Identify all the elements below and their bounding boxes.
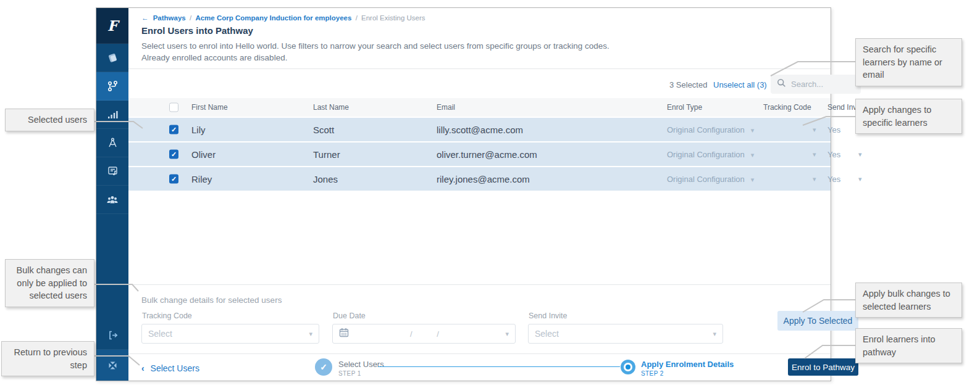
chevron-down-icon[interactable]: ▾ bbox=[858, 151, 862, 159]
due-date-label: Due Date bbox=[333, 312, 366, 320]
bulk-due-date-picker[interactable]: / / ▾ bbox=[332, 324, 516, 344]
chevron-down-icon[interactable]: ▾ bbox=[751, 126, 755, 134]
sidebar-item-content[interactable] bbox=[96, 44, 128, 72]
row-checkbox[interactable]: ✓ bbox=[169, 150, 178, 159]
calendar-icon bbox=[339, 328, 349, 340]
annotation-selected-users: Selected users bbox=[5, 109, 94, 131]
sidebar-item-logout[interactable] bbox=[96, 321, 128, 350]
step1-labels: Select Users STEP 1 bbox=[338, 360, 384, 377]
breadcrumb-current: Enrol Existing Users bbox=[361, 14, 425, 22]
sidebar-item-reports[interactable] bbox=[96, 101, 128, 129]
exit-icon bbox=[107, 329, 119, 341]
cell-first-name: Lily bbox=[191, 125, 206, 135]
breadcrumb-separator: / bbox=[354, 14, 359, 22]
col-header-first-name: First Name bbox=[191, 103, 228, 112]
annotation-search-learners: Search for specific learners by name or … bbox=[855, 38, 962, 86]
row-checkbox[interactable]: ✓ bbox=[169, 125, 178, 134]
apply-to-selected-button[interactable]: Apply To Selected bbox=[777, 311, 858, 331]
sidebar-item-fullscreen[interactable] bbox=[96, 350, 128, 381]
search-input[interactable]: Search... bbox=[771, 75, 861, 94]
send-invite-dropdown[interactable]: Yes bbox=[827, 125, 840, 134]
pathways-branch-icon bbox=[107, 80, 119, 92]
chevron-down-icon[interactable]: ▾ bbox=[751, 151, 755, 159]
tracking-code-dropdown[interactable]: ▾ bbox=[813, 175, 816, 183]
col-header-tracking-code: Tracking Code bbox=[763, 103, 811, 112]
chevron-down-icon[interactable]: ▾ bbox=[751, 176, 755, 183]
app-logo[interactable]: F bbox=[96, 8, 128, 44]
col-header-enrol-type: Enrol Type bbox=[667, 103, 702, 112]
cell-last-name: Scott bbox=[313, 125, 334, 135]
main-content: ← Pathways / Acme Corp Company Induction… bbox=[128, 8, 831, 381]
search-icon bbox=[777, 78, 786, 90]
enrol-type-dropdown[interactable]: Original Configuration▾ bbox=[667, 175, 754, 184]
bulk-tracking-code-select[interactable]: Select ▾ bbox=[141, 324, 319, 344]
selected-count: 3 Selected bbox=[669, 80, 707, 89]
page-description-line1: Select users to enrol into Hello world. … bbox=[141, 40, 609, 52]
annotation-apply-bulk-changes: Apply bulk changes to selected learners bbox=[855, 283, 962, 318]
step2-name: Apply Enrolment Details bbox=[641, 360, 734, 369]
cell-last-name: Turner bbox=[313, 149, 340, 160]
search-placeholder: Search... bbox=[791, 80, 823, 89]
app-window: F bbox=[96, 7, 831, 381]
col-header-last-name: Last Name bbox=[313, 103, 349, 112]
chevron-left-icon: ‹ bbox=[141, 363, 144, 373]
breadcrumb: ← Pathways / Acme Corp Company Induction… bbox=[141, 14, 425, 22]
bulk-panel-title: Bulk change details for selected users bbox=[141, 295, 282, 305]
send-invite-dropdown[interactable]: Yes bbox=[827, 175, 840, 184]
due-date-placeholder: / / bbox=[410, 329, 450, 339]
fuse-logo-icon: F bbox=[107, 17, 117, 34]
page-description: Select users to enrol into Hello world. … bbox=[141, 40, 609, 64]
chevron-down-icon[interactable]: ▾ bbox=[858, 175, 862, 183]
step2-current-icon bbox=[621, 360, 635, 374]
breadcrumb-back-icon[interactable]: ← bbox=[141, 14, 149, 22]
cell-email: oliver.turner@acme.com bbox=[437, 149, 537, 160]
cell-first-name: Riley bbox=[191, 174, 212, 184]
enrol-type-dropdown[interactable]: Original Configuration▾ bbox=[667, 125, 754, 134]
bulk-send-invite-select[interactable]: Select ▾ bbox=[528, 324, 723, 344]
row-checkbox[interactable]: ✓ bbox=[169, 175, 178, 184]
step1-number: STEP 1 bbox=[338, 370, 384, 377]
cell-first-name: Oliver bbox=[191, 149, 216, 160]
chevron-down-icon: ▾ bbox=[713, 330, 716, 338]
breadcrumb-separator: / bbox=[188, 14, 193, 22]
cell-last-name: Jones bbox=[313, 174, 338, 184]
table-row[interactable]: ✓ Riley Jones riley.jones@acme.com Origi… bbox=[128, 167, 831, 191]
chevron-down-icon: ▾ bbox=[505, 330, 509, 338]
sidebar-item-users[interactable] bbox=[96, 186, 128, 214]
media-playlist-icon bbox=[107, 165, 119, 177]
sidebar-spacer bbox=[96, 214, 128, 321]
step2-labels: Apply Enrolment Details STEP 2 bbox=[641, 360, 734, 377]
table-row[interactable]: ✓ Oliver Turner oliver.turner@acme.com O… bbox=[128, 142, 831, 166]
bulk-panel-divider bbox=[128, 284, 831, 285]
table-row[interactable]: ✓ Lily Scott lilly.scott@acme.com Origin… bbox=[128, 118, 831, 141]
breadcrumb-induction[interactable]: Acme Corp Company Induction for employee… bbox=[195, 14, 351, 22]
step2-number: STEP 2 bbox=[641, 370, 734, 377]
compass-icon bbox=[107, 137, 119, 149]
users-group-icon bbox=[106, 194, 119, 205]
breadcrumb-pathways[interactable]: Pathways bbox=[153, 14, 186, 22]
cell-email: lilly.scott@acme.com bbox=[437, 125, 523, 135]
sidebar-item-media[interactable] bbox=[96, 157, 128, 186]
enrol-to-pathway-button[interactable]: Enrol to Pathway bbox=[788, 358, 858, 376]
step1-name: Select Users bbox=[338, 360, 384, 369]
tracking-code-dropdown[interactable]: ▾ bbox=[813, 126, 816, 134]
tag-icon bbox=[107, 52, 119, 64]
annotation-bulk-changes: Bulk changes can only be applied to sele… bbox=[5, 259, 94, 307]
step-progress-line bbox=[378, 366, 620, 367]
sidebar-item-pathways[interactable] bbox=[96, 72, 128, 101]
select-all-checkbox[interactable] bbox=[169, 103, 178, 112]
unselect-all-link[interactable]: Unselect all (3) bbox=[713, 80, 767, 89]
chevron-down-icon: ▾ bbox=[309, 330, 312, 338]
send-invite-label: Send Invite bbox=[529, 312, 567, 320]
sidebar-item-authoring[interactable] bbox=[96, 129, 128, 157]
sidebar: F bbox=[96, 8, 128, 381]
page-description-line2: Already enrolled accounts are disabled. bbox=[141, 52, 609, 64]
header-divider bbox=[128, 68, 831, 69]
send-invite-dropdown[interactable]: Yes bbox=[827, 150, 840, 159]
tracking-code-label: Tracking Code bbox=[142, 312, 192, 320]
tracking-code-dropdown[interactable]: ▾ bbox=[813, 151, 816, 159]
back-to-select-users-link[interactable]: ‹ Select Users bbox=[141, 363, 199, 373]
enrol-type-dropdown[interactable]: Original Configuration▾ bbox=[667, 150, 754, 159]
fullscreen-collapse-icon bbox=[107, 360, 118, 371]
annotation-return-previous-step: Return to previous step bbox=[1, 341, 94, 376]
